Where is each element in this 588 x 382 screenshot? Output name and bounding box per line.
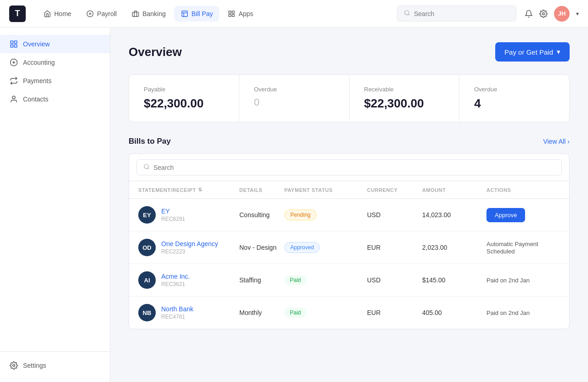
entity-cell: EY EY REC8291 [138,206,239,224]
col-head-statement: STATEMENT/RECEIPT ⇅ [138,187,239,193]
payments-icon [9,76,18,85]
amount-cell: 405.00 [422,309,486,316]
sidebar-label-settings: Settings [23,362,46,369]
chevron-down-icon: ▾ [557,48,560,56]
sort-icon[interactable]: ⇅ [198,187,203,193]
page-title: Overview [129,45,182,59]
table-search-wrap [129,154,569,181]
svg-line-12 [408,14,410,16]
payable-card: Payable $22,300.00 [129,75,239,122]
view-all-link[interactable]: View All › [543,138,570,145]
action-text: Automatic PaymentScheduled [486,241,538,255]
nav-item-billpay[interactable]: Bill Pay [174,6,220,22]
table-row: NB North Bank REC4761 Monthly Paid EUR 4… [129,297,569,329]
svg-rect-4 [182,11,187,17]
nav-item-apps[interactable]: Apps [221,6,260,22]
col-head-currency: CURRENCY [367,187,422,193]
accounting-icon [9,58,18,67]
table-search-input[interactable] [153,164,555,171]
sidebar-item-overview[interactable]: Overview [0,35,110,53]
entity-name[interactable]: North Bank [161,305,193,313]
sidebar-item-payments[interactable]: Payments [0,72,110,90]
col-head-status: PAYMENT STATUS [284,187,367,193]
entity-avatar: AI [138,271,156,289]
search-wrap[interactable] [397,6,516,22]
nav-label-banking: Banking [142,10,166,17]
avatar[interactable]: JH [554,6,570,22]
payable-label: Payable [144,86,224,93]
entity-name[interactable]: One Design Agency [161,240,218,247]
svg-line-24 [148,168,149,169]
entity-cell: OD One Design Agency REC2223 [138,239,239,256]
nav-label-apps: Apps [238,10,253,17]
app-logo: T [9,6,26,22]
bills-section-header: Bills to Pay View All › [129,137,570,146]
entity-avatar: OD [138,239,156,256]
sidebar-item-settings[interactable]: Settings [0,356,110,375]
svg-point-11 [405,11,409,15]
sidebar-item-contacts[interactable]: Contacts [0,90,110,108]
table-search-inner[interactable] [136,159,562,175]
apps-icon [227,10,236,18]
nav-label-billpay: Bill Pay [192,10,213,17]
receivable-label: Receivable [364,86,445,93]
nav-item-home[interactable]: Home [37,6,78,22]
payroll-icon [86,10,94,18]
billpay-icon [181,10,189,18]
table-header: STATEMENT/RECEIPT ⇅ DETAILS PAYMENT STAT… [129,181,569,199]
svg-rect-8 [232,11,235,13]
details-cell: Monthly [239,309,284,316]
search-input[interactable] [414,10,509,17]
details-cell: Staffing [239,276,284,284]
svg-point-22 [13,365,15,367]
approve-button[interactable]: Approve [486,208,525,222]
col-head-actions: ACTIONS [486,187,560,193]
search-bar [397,6,516,22]
entity-name[interactable]: Acme Inc. [161,273,190,280]
amount-cell: 2,023.00 [422,244,486,251]
view-all-label: View All [543,138,566,145]
table-row: OD One Design Agency REC2223 Nov - Desig… [129,231,569,264]
overdue-card-2: Overdue 4 [459,75,569,122]
svg-rect-3 [132,12,138,16]
payable-value: $22,300.00 [144,96,224,111]
action-cell: Paid on 2nd Jan [486,309,560,316]
nav-label-home: Home [54,10,71,17]
action-cell: Paid on 2nd Jan [486,276,560,284]
summary-cards: Payable $22,300.00 Overdue 0 Receivable … [129,74,570,122]
svg-point-13 [543,12,545,15]
gear-button[interactable] [539,10,548,18]
amount-cell: 14,023.00 [422,211,486,219]
entity-rec: REC3621 [161,281,190,287]
status-badge: Approved [284,242,320,253]
action-text: Paid on 2nd Jan [486,277,530,284]
svg-rect-14 [11,41,13,43]
status-cell: Paid [284,308,367,318]
entity-name[interactable]: EY [161,208,185,215]
receivable-value: $22,300.00 [364,96,445,111]
nav-item-banking[interactable]: Banking [125,6,172,22]
bills-title: Bills to Pay [129,137,171,146]
entity-info: North Bank REC4761 [161,305,193,320]
search-icon [404,10,410,17]
sidebar-item-accounting[interactable]: Accounting [0,53,110,72]
details-cell: Consulting [239,211,284,219]
nav-item-payroll[interactable]: Payroll [79,6,123,22]
table-row: EY EY REC8291 Consulting Pending USD 14,… [129,199,569,231]
currency-cell: EUR [367,309,422,316]
bell-button[interactable] [525,10,533,18]
svg-rect-16 [11,45,13,47]
entity-avatar: NB [138,304,156,321]
svg-point-21 [12,96,15,99]
table-search-icon [143,163,150,171]
svg-rect-17 [15,45,17,47]
pay-or-get-paid-button[interactable]: Pay or Get Paid ▾ [495,42,570,62]
status-badge: Paid [284,308,306,318]
overdue-card-1: Overdue 0 [239,75,349,122]
overdue-value-2: 4 [474,96,554,111]
svg-rect-9 [229,14,231,17]
sidebar-label-accounting: Accounting [23,59,55,66]
sidebar-bottom: Settings [0,351,110,375]
currency-cell: USD [367,211,422,219]
chevron-down-icon[interactable]: ▾ [576,11,579,17]
